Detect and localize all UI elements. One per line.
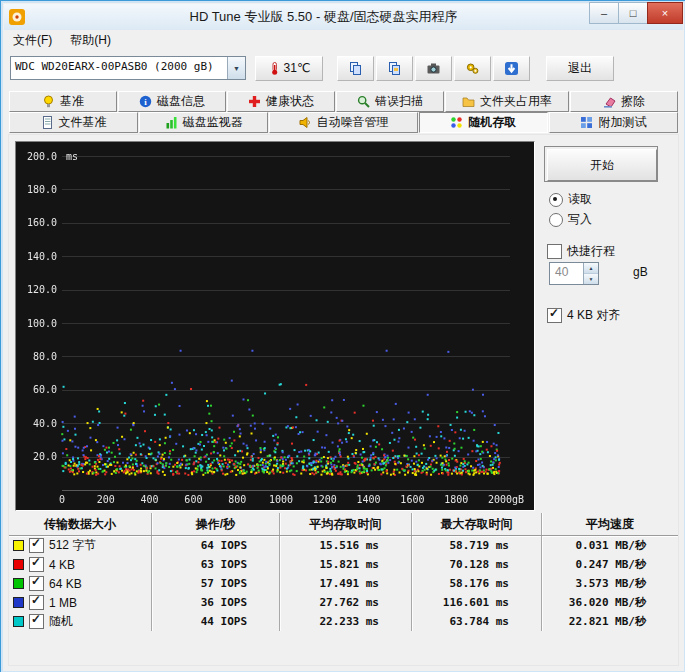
window-title: HD Tune 专业版 5.50 - 硬盘/固态硬盘实用程序 — [64, 8, 583, 26]
table-row: 1 MB 36 IOPS 27.762 ms 116.601 ms 36.020… — [9, 593, 678, 612]
tab-row-1: 基准 i 磁盘信息 健康状态 错误扫描 文件夹占用率 擦除 — [9, 91, 678, 112]
tab-error-scan[interactable]: 错误扫描 — [336, 91, 444, 112]
series-swatch — [13, 559, 24, 570]
menu-file[interactable]: 文件(F) — [4, 30, 61, 51]
tab-label: 附加测试 — [598, 114, 646, 131]
tab-label: 随机存取 — [468, 114, 516, 131]
series-checkbox[interactable] — [29, 595, 44, 610]
iops-value: 57 IOPS — [151, 574, 279, 593]
write-option[interactable]: 写入 — [549, 211, 592, 228]
table-row: 随机 44 IOPS 22.233 ms 63.784 ms 22.821 MB… — [9, 612, 678, 631]
minimize-button[interactable]: – — [589, 2, 619, 24]
avg-speed-value: 22.821 MB/秒 — [541, 612, 678, 631]
spin-up-icon[interactable]: ▲ — [584, 263, 598, 274]
download-icon — [505, 62, 518, 75]
speaker-icon — [299, 116, 312, 129]
copy-icon — [349, 62, 362, 75]
file-icon — [41, 116, 54, 129]
tab-label: 自动噪音管理 — [317, 114, 389, 131]
avg-speed-value: 0.247 MB/秒 — [541, 555, 678, 574]
spinner: ▲ ▼ — [583, 263, 598, 284]
tab-benchmark[interactable]: 基准 — [9, 91, 117, 112]
tab-label: 文件基准 — [59, 114, 107, 131]
align-label: 4 KB 对齐 — [567, 307, 620, 324]
series-checkbox[interactable] — [29, 576, 44, 591]
info-icon: i — [139, 95, 152, 108]
table-row: 4 KB 63 IOPS 15.821 ms 70.128 ms 0.247 M… — [9, 555, 678, 574]
max-access-value: 58.719 ms — [411, 536, 541, 555]
tab-label: 错误扫描 — [375, 93, 423, 110]
chevron-down-icon[interactable]: ▼ — [227, 57, 245, 79]
read-radio[interactable] — [549, 193, 563, 207]
toolbar-button-group — [337, 56, 530, 81]
random-access-chart — [16, 142, 532, 508]
series-label: 随机 — [49, 613, 73, 630]
quick-stroke-value: 40 — [550, 263, 583, 284]
exit-button[interactable]: 退出 — [546, 56, 614, 81]
series-checkbox[interactable] — [29, 557, 44, 572]
series-checkbox[interactable] — [29, 614, 44, 629]
quick-stroke-input[interactable]: 40 ▲ ▼ — [549, 262, 599, 285]
avg-access-value: 15.516 ms — [279, 536, 411, 555]
tab-health[interactable]: 健康状态 — [227, 91, 335, 112]
tab-disk-info[interactable]: i 磁盘信息 — [118, 91, 226, 112]
drive-select-value: WDC WD20EARX-00PASB0 (2000 gB) — [11, 57, 227, 79]
toolbar: WDC WD20EARX-00PASB0 (2000 gB) ▼ 31℃ — [4, 51, 683, 85]
copy-image-button[interactable] — [376, 56, 413, 81]
write-label: 写入 — [568, 211, 592, 228]
screenshot-button[interactable] — [415, 56, 452, 81]
options-button[interactable] — [454, 56, 491, 81]
window-controls: – □ × — [590, 2, 683, 24]
copy-text-button[interactable] — [337, 56, 374, 81]
tab-noise-management[interactable]: 自动噪音管理 — [269, 112, 417, 133]
read-label: 读取 — [568, 191, 592, 208]
magnifier-icon — [357, 95, 370, 108]
tab-label: 磁盘监视器 — [183, 114, 243, 131]
max-access-value: 63.784 ms — [411, 612, 541, 631]
align-option[interactable]: 4 KB 对齐 — [547, 307, 620, 324]
maximize-button[interactable]: □ — [618, 2, 648, 24]
tab-file-benchmark[interactable]: 文件基准 — [9, 112, 138, 133]
quick-stroke-checkbox[interactable] — [547, 244, 562, 259]
tab-label: 健康状态 — [266, 93, 314, 110]
tab-folder-usage[interactable]: 文件夹占用率 — [445, 91, 569, 112]
health-cross-icon — [248, 95, 261, 108]
tab-extra-tests[interactable]: 附加测试 — [549, 112, 678, 133]
close-button[interactable]: × — [647, 2, 683, 24]
copy-image-icon — [388, 62, 401, 75]
tab-label: 磁盘信息 — [157, 93, 205, 110]
avg-speed-value: 0.031 MB/秒 — [541, 536, 678, 555]
tab-row-2: 文件基准 磁盘监视器 自动噪音管理 随机存取 附加测试 — [9, 112, 678, 133]
series-label: 512 字节 — [49, 537, 96, 554]
col-header: 最大存取时间 — [411, 513, 541, 535]
spin-down-icon[interactable]: ▼ — [584, 274, 598, 284]
table-header-row: 传输数据大小 操作/秒 平均存取时间 最大存取时间 平均速度 — [9, 513, 678, 536]
drive-select[interactable]: WDC WD20EARX-00PASB0 (2000 gB) ▼ — [10, 56, 246, 80]
temperature-button[interactable]: 31℃ — [255, 56, 323, 81]
tab-disk-monitor[interactable]: 磁盘监视器 — [139, 112, 268, 133]
update-button[interactable] — [493, 56, 530, 81]
max-access-value: 58.176 ms — [411, 574, 541, 593]
read-option[interactable]: 读取 — [549, 191, 592, 208]
tab-erase[interactable]: 擦除 — [570, 91, 678, 112]
tab-label: 文件夹占用率 — [480, 93, 552, 110]
iops-value: 36 IOPS — [151, 593, 279, 612]
gear-icon — [466, 62, 479, 75]
avg-access-value: 27.762 ms — [279, 593, 411, 612]
tab-random-access[interactable]: 随机存取 — [419, 112, 548, 133]
menu-help[interactable]: 帮助(H) — [61, 30, 120, 51]
start-button[interactable]: 开始 — [547, 149, 657, 181]
series-checkbox[interactable] — [29, 538, 44, 553]
tab-label: 擦除 — [621, 93, 645, 110]
random-dots-icon — [450, 116, 463, 129]
temperature-value: 31℃ — [284, 61, 311, 75]
app-icon — [9, 9, 25, 25]
menubar: 文件(F) 帮助(H) — [4, 30, 683, 52]
tab-label: 基准 — [60, 93, 84, 110]
write-radio[interactable] — [549, 213, 563, 227]
quick-stroke-option[interactable]: 快捷行程 — [547, 243, 615, 260]
align-checkbox[interactable] — [547, 308, 562, 323]
avg-speed-value: 36.020 MB/秒 — [541, 593, 678, 612]
lightbulb-icon — [42, 95, 55, 108]
series-label: 4 KB — [49, 558, 75, 572]
